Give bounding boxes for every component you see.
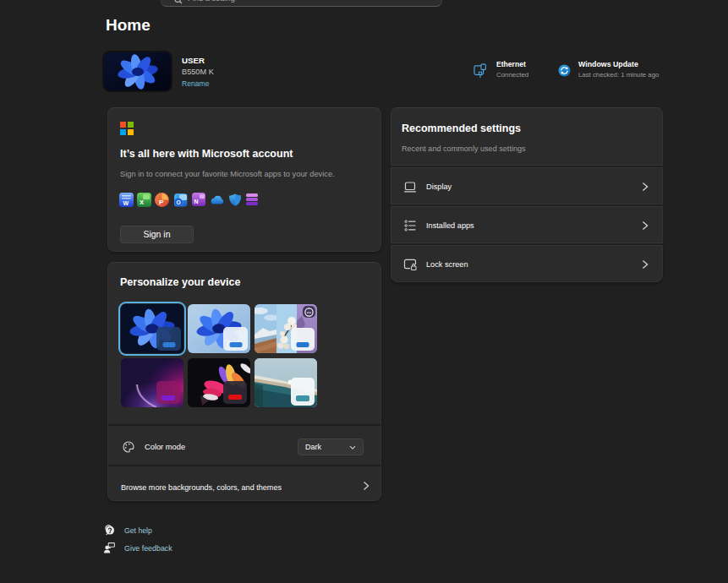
svg-text:O: O — [177, 199, 181, 205]
svg-text:N: N — [194, 199, 199, 204]
svg-text:X: X — [140, 199, 144, 206]
svg-text:W: W — [123, 200, 129, 206]
svg-text:P: P — [159, 199, 164, 206]
